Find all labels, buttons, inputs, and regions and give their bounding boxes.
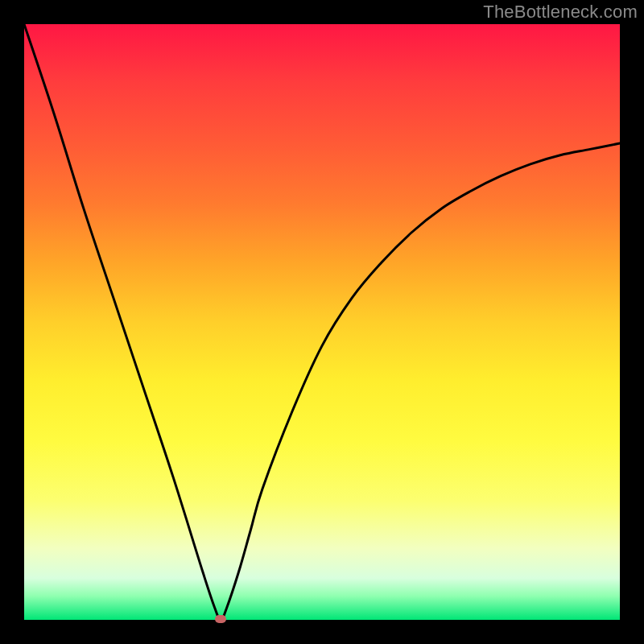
curve-svg <box>24 24 620 620</box>
bottleneck-curve <box>24 24 620 620</box>
watermark-text: TheBottleneck.com <box>483 2 638 23</box>
optimal-marker <box>215 615 226 623</box>
chart-container: TheBottleneck.com <box>0 0 644 644</box>
plot-area <box>24 24 620 620</box>
